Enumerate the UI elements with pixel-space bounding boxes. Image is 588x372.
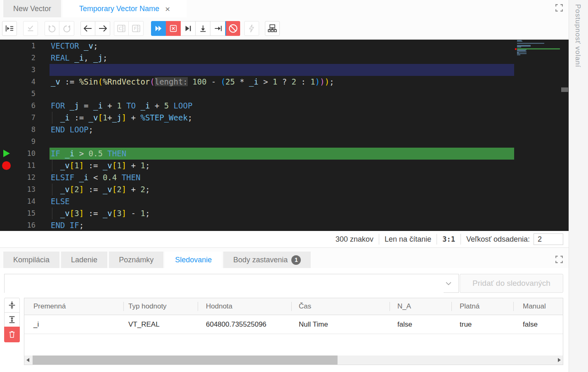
format-button[interactable] xyxy=(2,21,17,36)
close-icon[interactable]: × xyxy=(165,5,170,13)
line-number[interactable]: 11 xyxy=(0,160,35,172)
line-number[interactable]: 10 xyxy=(0,148,35,160)
step-into-button[interactable] xyxy=(196,21,210,36)
code-line[interactable]: 10IF _i > 0.5 THEN xyxy=(0,148,569,160)
expand-panel-icon[interactable] xyxy=(555,255,564,264)
line-number[interactable]: 2 xyxy=(0,52,35,64)
panel-tab-sledovanie[interactable]: Sledovanie xyxy=(165,252,222,268)
call-graph-button[interactable] xyxy=(265,21,280,36)
tab-temporary-vector-name[interactable]: Temporary Vector Name × xyxy=(63,0,187,17)
line-number[interactable]: 9 xyxy=(0,136,35,148)
c-button[interactable]: C xyxy=(114,21,129,36)
code-line[interactable]: 8END LOOP; xyxy=(0,124,569,136)
line-number[interactable]: 15 xyxy=(0,207,35,219)
tab-new-vector[interactable]: New Vector xyxy=(3,0,61,17)
table-row[interactable]: _iVT_REAL604800.735525096Null Timefalset… xyxy=(24,315,563,334)
panel-tab-label: Sledovanie xyxy=(175,256,212,264)
code-line[interactable]: 3 xyxy=(0,64,569,76)
step-out-button[interactable] xyxy=(210,21,225,36)
minimap-line xyxy=(517,41,522,42)
column-header: Hodnota xyxy=(198,298,291,315)
expand-editor-icon[interactable] xyxy=(555,3,564,12)
minimap-line xyxy=(517,47,521,47)
forward-button[interactable] xyxy=(95,21,110,36)
code-text: IF _i > 0.5 THEN xyxy=(51,148,126,160)
panel-tab-label: Poznámky xyxy=(119,256,153,264)
indent-size-input[interactable] xyxy=(534,233,563,245)
chevron-down-icon[interactable] xyxy=(444,279,453,287)
delete-watch-button[interactable] xyxy=(4,327,20,342)
code-line[interactable]: 6FOR _j = _i + 1 TO _i + 5 LOOP xyxy=(0,100,569,112)
code-line[interactable]: 5 xyxy=(0,88,569,100)
code-text: _v[2] := _v[2] + 2; xyxy=(51,184,150,195)
hscroll-thumb[interactable] xyxy=(33,356,338,365)
break-button[interactable] xyxy=(225,21,240,36)
line-number[interactable]: 5 xyxy=(0,88,35,100)
line-number[interactable]: 3 xyxy=(0,64,35,76)
line-number[interactable]: 14 xyxy=(0,195,35,207)
code-line[interactable]: 7 _i := _v[1+_j] + %STEP_Week; xyxy=(0,112,569,124)
watch-expression-input[interactable] xyxy=(5,274,444,293)
check-icon xyxy=(26,24,35,33)
minimap[interactable] xyxy=(517,40,560,231)
table-hscrollbar[interactable] xyxy=(24,356,563,365)
validate-button[interactable] xyxy=(23,21,38,36)
close-debugger-button[interactable] xyxy=(166,21,181,36)
main-column: New Vector Temporary Vector Name × xyxy=(0,0,569,372)
table-cell: _i xyxy=(24,315,123,334)
panel-tab-kompil-cia[interactable]: Kompilácia xyxy=(3,252,59,268)
line-number[interactable]: 1 xyxy=(0,40,35,52)
editor-scrollbar[interactable] xyxy=(561,40,569,231)
scroll-right-arrow[interactable] xyxy=(556,356,563,365)
code-line[interactable]: 13 _v[2] := _v[2] + 2; xyxy=(0,184,569,195)
code-line[interactable]: 2REAL _i, _j; xyxy=(0,52,569,64)
step-over-button[interactable] xyxy=(181,21,196,36)
panel-tab-body-zastavenia[interactable]: Body zastavenia1 xyxy=(223,252,311,268)
arrow-right-to-bar-icon xyxy=(213,24,222,33)
code-line[interactable]: 4_v := %Sin(%RndVector(lenght: 100 - (25… xyxy=(0,76,569,88)
code-text: END LOOP; xyxy=(51,124,93,136)
call-stack-panel[interactable]: Postupnosť volaní xyxy=(569,0,588,372)
code-line[interactable]: 11 _v[1] := _v[1] + 1; xyxy=(0,160,569,172)
undo-icon xyxy=(47,24,57,33)
undo-button[interactable] xyxy=(45,21,59,36)
code-line[interactable]: 16END IF; xyxy=(0,219,569,231)
code-text: ELSIF _i < 0.4 THEN xyxy=(51,172,140,184)
indent-size-label: Veľkosť odsadenia: xyxy=(466,235,530,244)
line-number[interactable]: 12 xyxy=(0,172,35,184)
table-body: _iVT_REAL604800.735525096Null Timefalset… xyxy=(24,315,563,334)
code-line[interactable]: 14ELSE xyxy=(0,195,569,207)
add-to-watch-button[interactable]: Pridať do sledovaných xyxy=(460,274,563,293)
panel-tab-pozn-mky[interactable]: Poznámky xyxy=(109,252,163,268)
line-number[interactable]: 7 xyxy=(0,112,35,124)
editor-scrollbar-thumb[interactable] xyxy=(561,87,568,92)
line-number[interactable]: 6 xyxy=(0,100,35,112)
code-line[interactable]: 15 _v[3] := _v[3] - 1; xyxy=(0,207,569,219)
code-line[interactable]: 9 xyxy=(0,136,569,148)
editor-statusbar: 300 znakov Len na čítanie 3:1 Veľkosť od… xyxy=(0,231,569,247)
code-editor[interactable]: 1VECTOR _v;2REAL _i, _j;34_v := %Sin(%Rn… xyxy=(0,40,569,231)
play-to-bar-icon xyxy=(184,24,193,33)
watch-expression-combo[interactable] xyxy=(4,274,459,293)
line-number[interactable]: 13 xyxy=(0,184,35,195)
line-number[interactable]: 8 xyxy=(0,124,35,136)
back-button[interactable] xyxy=(80,21,95,36)
code-line[interactable]: 1VECTOR _v; xyxy=(0,40,569,52)
collapse-icon xyxy=(7,301,17,310)
column-header: Platná xyxy=(451,298,513,315)
evaluate-button[interactable] xyxy=(244,21,259,36)
scroll-left-arrow[interactable] xyxy=(24,356,31,365)
line-number[interactable]: 4 xyxy=(0,76,35,88)
line-number[interactable]: 16 xyxy=(0,219,35,231)
selected-line-highlight xyxy=(50,64,514,76)
f-button[interactable]: F xyxy=(129,21,144,36)
expand-rows-button[interactable] xyxy=(4,312,20,327)
triangle-right-icon xyxy=(558,358,561,362)
code-text: FOR _j = _i + 1 TO _i + 5 LOOP xyxy=(51,100,192,112)
panel-tab-ladenie[interactable]: Ladenie xyxy=(61,252,107,268)
code-line[interactable]: 12ELSIF _i < 0.4 THEN xyxy=(0,172,569,184)
redo-button[interactable] xyxy=(59,21,74,36)
collapse-rows-button[interactable] xyxy=(4,298,20,313)
continue-button[interactable] xyxy=(151,21,166,36)
fast-forward-icon xyxy=(154,24,163,33)
